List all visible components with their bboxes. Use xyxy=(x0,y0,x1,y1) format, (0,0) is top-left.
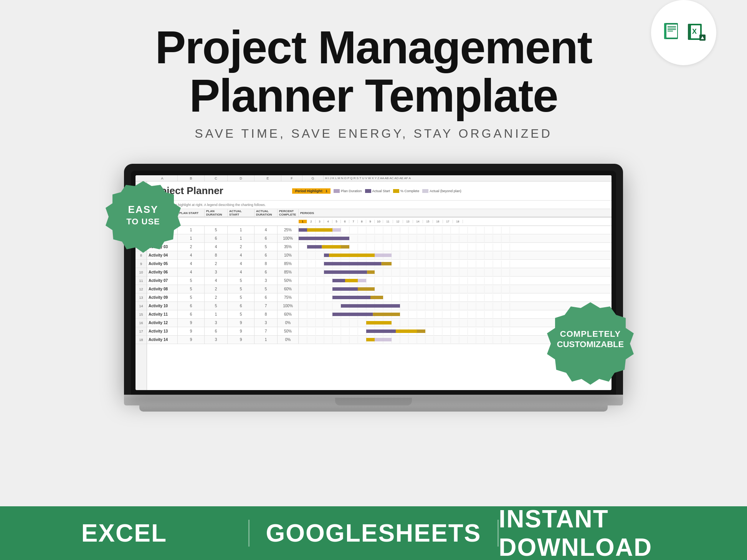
cell-gantt xyxy=(299,277,611,285)
cell-actual-dur: 6 xyxy=(255,251,278,259)
row-num-14: 14 xyxy=(136,302,147,310)
period-4: 4 xyxy=(324,220,332,223)
cell-gantt xyxy=(299,251,611,259)
cell-gantt xyxy=(299,243,611,251)
row-num-17: 17 xyxy=(136,327,147,336)
row-num-12: 12 xyxy=(136,285,147,293)
period-11: 11 xyxy=(383,220,393,223)
cell-plan-dur: 2 xyxy=(205,293,228,301)
cell-actual-start: 5 xyxy=(228,310,255,318)
cell-actual-dur: 6 xyxy=(255,234,278,242)
cell-actual-start: 9 xyxy=(228,319,255,327)
cell-pct: 75% xyxy=(278,293,299,301)
cell-plan-dur: 4 xyxy=(205,277,228,285)
cell-plan-start: 6 xyxy=(178,310,205,318)
title-area: Project Management Planner Template SAVE… xyxy=(31,23,716,141)
cell-gantt xyxy=(299,234,611,242)
cell-actual-dur: 7 xyxy=(255,302,278,310)
cell-plan-start: 9 xyxy=(178,336,205,344)
period-18: 18 xyxy=(453,220,463,223)
cell-activity: Activity 09 xyxy=(147,293,178,301)
legend-actual-color xyxy=(365,189,371,193)
cell-plan-dur: 6 xyxy=(205,327,228,335)
cell-plan-dur: 2 xyxy=(205,260,228,268)
svg-rect-339 xyxy=(349,313,400,316)
cell-actual-dur: 4 xyxy=(255,226,278,234)
svg-rect-43 xyxy=(299,228,307,232)
cell-activity: Activity 13 xyxy=(147,327,178,335)
cell-plan-start: 5 xyxy=(178,285,205,293)
table-row: Activity 07 5 4 5 3 50% xyxy=(147,277,611,285)
laptop-container: EASY TO USE A B C D xyxy=(124,164,623,412)
cell-plan-dur: 4 xyxy=(205,243,228,251)
footer-item-excel: EXCEL xyxy=(0,506,248,560)
svg-rect-250 xyxy=(349,287,375,291)
period-2: 2 xyxy=(307,220,316,223)
col-actual-start: ACTUAL START xyxy=(228,209,255,217)
cell-gantt xyxy=(299,285,611,293)
col-d: D xyxy=(228,175,255,181)
legend-plan: Plan Duration xyxy=(334,189,362,193)
cell-actual-start: 6 xyxy=(228,302,255,310)
cell-plan-start: 1 xyxy=(178,234,205,242)
cell-activity: Activity 05 xyxy=(147,260,178,268)
period-17: 17 xyxy=(443,220,453,223)
easy-to-use-badge: EASY TO USE xyxy=(105,179,182,256)
cell-actual-dur: 6 xyxy=(255,293,278,301)
row-num-13: 13 xyxy=(136,293,147,302)
cell-pct: 25% xyxy=(278,226,299,234)
col-e: E xyxy=(255,175,281,181)
cell-actual-dur: 5 xyxy=(255,243,278,251)
svg-text:COMPLETELY: COMPLETELY xyxy=(560,329,621,339)
cell-plan-dur: 1 xyxy=(205,310,228,318)
cell-actual-start: 9 xyxy=(228,336,255,344)
spreadsheet: A B C D E F G H I J K L M N O P Q R S T … xyxy=(136,175,611,390)
period-6: 6 xyxy=(341,220,349,223)
period-numbers: 1 2 3 4 5 6 7 8 9 xyxy=(299,220,611,223)
row-num-11: 11 xyxy=(136,277,147,285)
svg-rect-280 xyxy=(349,296,383,299)
period-10: 10 xyxy=(375,220,383,223)
legend-pct: % Complete xyxy=(393,189,419,193)
cell-gantt xyxy=(299,260,611,268)
cell-actual-dur: 3 xyxy=(255,277,278,285)
laptop-screen: A B C D E F G H I J K L M N O P Q R S T … xyxy=(136,175,611,390)
period-16: 16 xyxy=(433,220,443,223)
footer-bar: EXCEL GOOGLESHEETS INSTANT DOWNLOAD xyxy=(0,506,747,560)
svg-rect-161 xyxy=(341,262,392,265)
cell-actual-start: 4 xyxy=(228,260,255,268)
legend-row: Period Highlight: 1 Plan Duration xyxy=(292,188,611,194)
cell-activity: Activity 07 xyxy=(147,277,178,285)
cell-plan-start: 4 xyxy=(178,251,205,259)
cell-plan-dur: 5 xyxy=(205,226,228,234)
table-row: Activity 14 9 3 9 1 0% xyxy=(147,336,611,344)
cell-pct: 85% xyxy=(278,260,299,268)
laptop-notch xyxy=(335,398,412,405)
col-c: C xyxy=(205,175,228,181)
cell-activity: Activity 10 xyxy=(147,302,178,310)
cell-pct: 35% xyxy=(278,243,299,251)
svg-rect-130 xyxy=(324,254,329,257)
table-row: Activity 12 9 3 9 3 0% xyxy=(147,319,611,327)
cell-plan-dur: 2 xyxy=(205,285,228,293)
cell-pct: 100% xyxy=(278,234,299,242)
row-num-16: 16 xyxy=(136,319,147,327)
table-row: Activity 06 4 3 4 6 85% xyxy=(147,268,611,277)
row-num-18: 18 xyxy=(136,336,147,344)
svg-rect-396 xyxy=(366,329,396,333)
col-f: F xyxy=(281,175,302,181)
cell-actual-start: 2 xyxy=(228,243,255,251)
customizable-badge: COMPLETELY CUSTOMIZABLE xyxy=(546,300,635,389)
cell-pct: 10% xyxy=(278,251,299,259)
cell-plan-start: 5 xyxy=(178,277,205,285)
cell-plan-start: 9 xyxy=(178,319,205,327)
cell-actual-dur: 3 xyxy=(255,319,278,327)
svg-text:TO USE: TO USE xyxy=(126,217,160,226)
col-header-row: ACTIVITY PLAN START PLAN DURATION ACTUAL… xyxy=(147,209,611,217)
cell-actual-dur: 7 xyxy=(255,327,278,335)
svg-rect-44 xyxy=(307,228,332,232)
footer-item-download: INSTANT DOWNLOAD xyxy=(499,506,747,560)
table-row: Activity 04 4 8 4 6 10% xyxy=(147,251,611,260)
title-row: Project Planner Period Highlight: 1 xyxy=(147,181,611,201)
cell-actual-start: 5 xyxy=(228,293,255,301)
